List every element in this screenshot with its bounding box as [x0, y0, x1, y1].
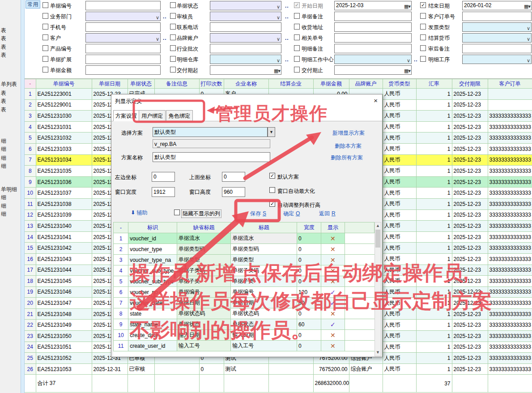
sidebar-item[interactable]: 表	[1, 90, 21, 97]
check-icon[interactable]: ✓	[321, 319, 345, 330]
sidebar-item[interactable]: 表	[1, 106, 21, 113]
grid-header--[interactable]: -	[114, 222, 128, 233]
grid-row[interactable]: 7voucher_date单据日期单据日期80✓	[114, 298, 375, 308]
check-icon[interactable]: ✓	[321, 298, 345, 308]
filter-input-审后备注[interactable]	[462, 44, 532, 53]
back-button[interactable]: 返回R	[319, 210, 336, 218]
help-button[interactable]: ⬇ 辅助	[131, 209, 147, 217]
sidebar-item[interactable]: 表	[1, 98, 21, 105]
grid-row[interactable]: 10create_date输入日期输入日期0✕	[114, 330, 375, 341]
cross-icon[interactable]: ✕	[321, 265, 345, 276]
filter-input-收货地址[interactable]	[334, 22, 412, 32]
filter-checkbox-单据状态[interactable]	[170, 2, 176, 8]
filter-checkbox-产品编号[interactable]	[43, 45, 48, 51]
filter-checkbox-发票类型[interactable]	[420, 24, 426, 30]
filter-checkbox-明细工序[interactable]	[420, 56, 426, 62]
filter-input-单据金额[interactable]	[85, 65, 161, 75]
scheme-name-input[interactable]: 默认类型	[153, 152, 270, 162]
filter-checkbox-客户[interactable]	[43, 34, 48, 40]
column-header-结算企业[interactable]: 结算企业	[268, 79, 313, 89]
filter-input-手机号[interactable]	[85, 22, 161, 32]
filter-input-品牌账户[interactable]: ∨	[210, 33, 281, 43]
cross-icon[interactable]: ✕	[321, 341, 345, 351]
filter-input-结束日期[interactable]: 2026-01-02▦▾	[462, 1, 532, 10]
scrollbar-thumb[interactable]	[375, 230, 380, 248]
filter-input-明细备注[interactable]	[334, 44, 412, 53]
filter-input-明细工序[interactable]: ∨	[462, 55, 532, 64]
filter-checkbox-单据扩展[interactable]	[43, 56, 48, 62]
calendar-icon[interactable]: ▦▾	[274, 67, 280, 75]
sidebar-item[interactable]: 单列表	[1, 81, 21, 88]
sidebar-item[interactable]: 细	[1, 210, 21, 218]
sidebar-item[interactable]: 细	[1, 145, 21, 153]
filter-input-交付期止[interactable]: ▦▾	[334, 65, 412, 75]
filter-input-明细仓库[interactable]: ∨	[210, 55, 281, 64]
filter-checkbox-交付期起[interactable]	[170, 67, 176, 73]
grid-row[interactable]: 6voucher_no单据编号单据编号120✓	[114, 287, 375, 298]
sidebar-item[interactable]: 细	[1, 194, 21, 201]
sidebar-item[interactable]: 细	[1, 137, 21, 145]
cross-icon[interactable]: ✕	[321, 308, 345, 319]
cross-icon[interactable]: ✕	[321, 255, 345, 265]
filter-checkbox-审后备注[interactable]	[420, 45, 426, 51]
column-header-备注信息[interactable]: 备注信息	[154, 79, 199, 89]
filter-input-联系电话[interactable]	[210, 22, 281, 32]
column-header-单据状态[interactable]: 单据状态	[128, 79, 154, 89]
sidebar-item[interactable]: 细	[1, 162, 21, 170]
filter-checkbox-明细工作中心[interactable]	[294, 56, 300, 62]
filter-checkbox-结束日期[interactable]	[420, 2, 426, 8]
column-header-客户订单[interactable]: 客户订单	[488, 79, 532, 89]
left-coord-input[interactable]: 0	[152, 172, 175, 182]
dialog-tab-角色绑定[interactable]: 角色绑定	[166, 110, 193, 121]
calendar-icon[interactable]: ▦▾	[404, 2, 410, 10]
sidebar-item[interactable]: 表	[1, 27, 21, 34]
filter-input-单据状态[interactable]: ∨	[210, 1, 281, 10]
filter-input-发票类型[interactable]: ∨	[462, 22, 532, 32]
calendar-icon[interactable]: ▦▾	[524, 2, 530, 10]
top-coord-input[interactable]: 0	[222, 172, 245, 182]
sidebar-item[interactable]: 表	[1, 35, 21, 42]
grid-header-标题[interactable]: 标题	[231, 222, 297, 233]
cross-icon[interactable]: ✕	[321, 276, 345, 287]
grid-row[interactable]: 9state_name单据状态单据状态60✓	[114, 319, 375, 330]
check-icon[interactable]: ✓	[321, 287, 345, 298]
column-header-品牌账户[interactable]: 品牌账户	[349, 79, 383, 89]
filter-checkbox-联系电话[interactable]	[170, 24, 176, 30]
grid-header-filler[interactable]	[345, 222, 374, 233]
filter-checkbox-相关单号[interactable]	[294, 34, 300, 40]
cross-icon[interactable]: ✕	[321, 330, 345, 341]
grid-row[interactable]: 1voucher_id单据流水单据流水0✕	[114, 233, 375, 244]
grid-header-标识[interactable]: 标识	[128, 222, 177, 233]
option-checkbox-窗口自动最大化[interactable]	[269, 187, 275, 193]
filter-input-单据编号[interactable]	[85, 1, 161, 10]
window-width-input[interactable]: 1912	[152, 187, 175, 197]
dialog-tab-用户绑定[interactable]: 用户绑定	[139, 110, 166, 121]
grid-header-宽度[interactable]: 宽度	[297, 222, 321, 233]
grid-row[interactable]: 4voucher_sub_type单据子类码单据子类码0✕	[114, 265, 375, 276]
filter-checkbox-单据备注[interactable]	[294, 13, 300, 19]
filter-checkbox-业务部门[interactable]	[43, 13, 48, 19]
scroll-up-icon[interactable]: ▲	[375, 222, 381, 229]
column-header-打印次数[interactable]: 打印次数	[199, 79, 224, 89]
filter-input-审核员[interactable]: ∨	[210, 12, 281, 21]
column-header-货币类型[interactable]: 货币类型	[383, 79, 416, 89]
filter-input-客户[interactable]: ∨	[85, 33, 161, 43]
grid-header-显示[interactable]: 显示	[321, 222, 345, 233]
calendar-icon[interactable]: ▦▾	[404, 67, 410, 75]
filter-checkbox-品牌账户[interactable]	[170, 34, 176, 40]
filter-checkbox-单据编号[interactable]	[43, 2, 48, 8]
filter-input-结算货币[interactable]: ∨	[462, 33, 532, 43]
column-header-单据金额[interactable]: 单据金额	[313, 79, 349, 89]
column-header-汇率[interactable]: 汇率	[416, 79, 452, 89]
grid-row[interactable]: 2voucher_type单据类型码单据类型码0✕	[114, 244, 375, 255]
hide-hidden-columns-checkbox[interactable]	[174, 209, 180, 215]
grid-row[interactable]: 5voucher_sub_type单据子类单据子类0✕	[114, 276, 375, 287]
close-icon[interactable]: ×	[374, 97, 378, 104]
table-row[interactable]: 26EA2512310532025-12-31已审核0测试7675200.00综…	[25, 363, 532, 375]
filter-input-开始日期[interactable]: 2025-12-03▦▾	[334, 1, 412, 10]
column-header-企业名称[interactable]: 企业名称	[224, 79, 268, 89]
option-checkbox-自动调整列表行高[interactable]	[269, 201, 275, 207]
scheme-select-dropdown-button[interactable]: ▼	[268, 127, 275, 137]
filter-checkbox-审核员[interactable]	[170, 13, 176, 19]
filter-checkbox-手机号[interactable]	[43, 24, 48, 30]
